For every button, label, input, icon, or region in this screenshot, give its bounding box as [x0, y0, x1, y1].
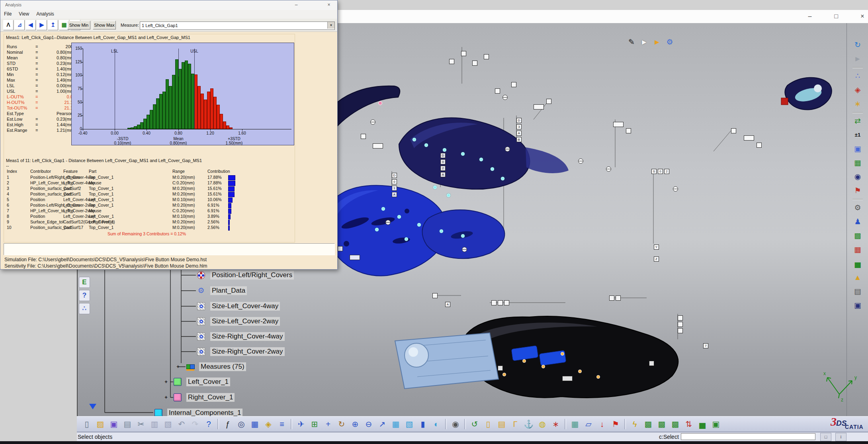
tree-item[interactable]: Position-Left/Right_Covers [0, 271, 303, 280]
move-simulation-icon[interactable]: ◈ [850, 83, 865, 97]
tree-scroll-arrow-icon[interactable] [89, 404, 96, 409]
dof-analysis-icon[interactable]: ∴ [850, 69, 865, 83]
turntable-icon[interactable]: ↺ [468, 418, 481, 430]
tree-expander-icon[interactable]: + [163, 379, 169, 385]
chart-small-icon[interactable]: ▅ [696, 418, 709, 430]
new-document-icon[interactable]: ▯ [80, 418, 94, 430]
contributor-row[interactable]: 4Position_surfacic_partCadSurf1Top_Cover… [7, 192, 292, 197]
contributor-row[interactable]: 8PositionLeft_Cover-2wayLeft_Cover_1M:0.… [7, 214, 292, 219]
show-max-button[interactable]: Show Max [93, 21, 116, 29]
report-list-icon[interactable]: ▤ [850, 285, 865, 298]
measure-select[interactable]: 1 Left_Click_Gap1 ▼ [140, 22, 335, 30]
analysis-minimize-button[interactable]: – [291, 2, 301, 8]
open-folder-icon[interactable]: ▨ [94, 418, 107, 430]
pan-icon[interactable]: + [321, 418, 335, 430]
tree-item[interactable]: Size-Left_Cover-2way [0, 317, 303, 326]
grid-new-icon[interactable]: ▦ [568, 418, 582, 430]
flag-icon[interactable]: ⚑ [609, 418, 622, 430]
film-stage-icon[interactable]: ▤ [495, 418, 508, 430]
fit-all-icon[interactable]: ⊞ [308, 418, 321, 430]
export-icon[interactable]: ↥ [48, 20, 58, 30]
molecule-icon[interactable]: ∴ [79, 303, 90, 314]
white-pointer-icon[interactable]: ► [638, 37, 651, 48]
measure-boxes-icon[interactable]: ▦ [850, 156, 865, 170]
slider-flag-icon[interactable]: ⚑ [850, 184, 865, 198]
tree-item-label[interactable]: Size-Right_Cover-4way [210, 332, 285, 341]
tree-item-label[interactable]: Size-Left_Cover-4way [210, 302, 280, 311]
distribution-icon[interactable]: Λ [3, 20, 14, 30]
expand-prompt-button[interactable]: □ [820, 433, 831, 441]
tree-item-label[interactable]: Measures (75) [199, 362, 246, 371]
tree-item[interactable]: +Measures (75) [0, 362, 303, 371]
cut-icon[interactable]: ✂ [134, 418, 148, 430]
anchor-icon[interactable]: ⚓ [522, 418, 536, 430]
print-icon[interactable]: ▤ [121, 418, 134, 430]
paste-icon[interactable]: ▧ [161, 418, 175, 430]
contributor-row[interactable]: 3Position_surfacic_partCadSurf2Top_Cover… [7, 186, 292, 192]
cylinder-view-icon[interactable]: ▮ [416, 418, 430, 430]
help-icon[interactable]: ? [79, 290, 90, 301]
close-button[interactable]: × [854, 11, 868, 22]
feature-grid-icon[interactable]: ▣ [850, 142, 865, 156]
command-input[interactable] [681, 433, 815, 440]
show-min-button[interactable]: Show Min [67, 21, 90, 29]
menu-analysis[interactable]: Analysis [33, 10, 58, 18]
contributor-row[interactable]: 6Position-Left/Right_CoversLeft_Cover-2w… [7, 203, 292, 208]
undo-icon[interactable]: ↶ [175, 418, 188, 430]
pointer-tool-icon[interactable]: ► [850, 52, 865, 66]
tree-expander-icon[interactable]: + [163, 395, 169, 400]
save-icon[interactable]: ▣ [107, 418, 121, 430]
red-grid-icon[interactable]: ▦ [850, 243, 865, 256]
tree-item-label[interactable]: Left_Cover_1 [186, 377, 230, 386]
rotate-icon[interactable]: ↻ [335, 418, 348, 430]
contributor-row[interactable]: 1Position-Left/Right_CoversLeft_Cover-4w… [7, 175, 292, 180]
gears-icon[interactable]: ⚙ [663, 37, 676, 48]
scene-stage-icon[interactable]: ▯ [481, 418, 495, 430]
menu-view[interactable]: View [15, 10, 33, 18]
highlight-pointer-icon[interactable]: ► [651, 37, 663, 48]
contributor-row[interactable]: 10Position_surfacic_partCadSurf17Top_Cov… [7, 225, 292, 231]
info-button[interactable]: i [835, 433, 846, 441]
tree-item[interactable]: ⚙Plant_Data [0, 286, 303, 295]
contributor-row[interactable]: 5PositionLeft_Cover-4wayLeft_Cover_1M:0.… [7, 197, 292, 203]
tree-expander-icon[interactable]: + [175, 364, 181, 370]
relations-icon[interactable]: ≡ [275, 418, 289, 430]
save-data-icon[interactable]: ▣ [850, 299, 865, 312]
paint-select-icon[interactable]: ✎ [625, 37, 638, 48]
pareto-icon[interactable]: ⊿ [14, 20, 25, 30]
minimize-button[interactable]: – [801, 11, 819, 22]
analysis-close-button[interactable]: × [324, 2, 334, 8]
iso-view-icon[interactable]: ▧ [403, 418, 416, 430]
fly-through-icon[interactable]: ✈ [294, 418, 308, 430]
tolerance-icon[interactable]: ±1 [850, 128, 865, 142]
contributor-row[interactable]: 2HP_Left_Cover_to_TopLeft_Cover-4wayMous… [7, 180, 292, 186]
tree-item[interactable]: Size-Left_Cover-4way [0, 302, 303, 311]
matrix-green-icon[interactable]: ▩ [641, 418, 655, 430]
warn-chart-icon[interactable]: ▲ [850, 271, 865, 284]
zoom-out-icon[interactable]: ⊖ [362, 418, 375, 430]
point-locator-icon[interactable]: ∗ [850, 97, 865, 111]
assembly-power-icon[interactable]: ◉ [850, 170, 865, 184]
report-save-icon[interactable]: ▣ [709, 418, 723, 430]
dist-green-icon[interactable]: ▩ [655, 418, 669, 430]
compass-axes-icon[interactable]: ∗ [549, 418, 563, 430]
quick-view-icon[interactable]: ▦ [389, 418, 403, 430]
next-measure-icon[interactable]: ▶ [37, 20, 47, 30]
lock-icon[interactable]: ◈ [262, 418, 275, 430]
contributor-row[interactable]: 9Surface_Edge_tolCadSurf12(Grp.Part Prof… [7, 219, 292, 225]
green-part-icon[interactable]: ▩ [850, 229, 865, 243]
normal-view-icon[interactable]: ↗ [375, 418, 389, 430]
tree-item-label[interactable]: Size-Right_Cover-2way [210, 347, 285, 356]
etalon-doc-icon[interactable]: E [79, 277, 90, 288]
formula-icon[interactable]: ƒ [221, 418, 235, 430]
copy-icon[interactable]: ▥ [148, 418, 161, 430]
prev-measure-icon[interactable]: ◀ [25, 20, 36, 30]
analysis-titlebar[interactable]: Analysis – × [0, 0, 337, 10]
analysis-globe-icon[interactable]: ◎ [235, 418, 248, 430]
contributor-row[interactable]: 7HP_Left_Cover_to_TopLeft_Cover-2wayMous… [7, 208, 292, 214]
bulb-icon[interactable]: ◍ [536, 418, 549, 430]
chevron-down-icon[interactable]: ▼ [327, 22, 334, 29]
bar-chart-icon[interactable]: ▅ [850, 257, 865, 270]
shading-icon[interactable]: ◐ [430, 418, 443, 430]
alert-green-icon[interactable]: ▩ [669, 418, 682, 430]
